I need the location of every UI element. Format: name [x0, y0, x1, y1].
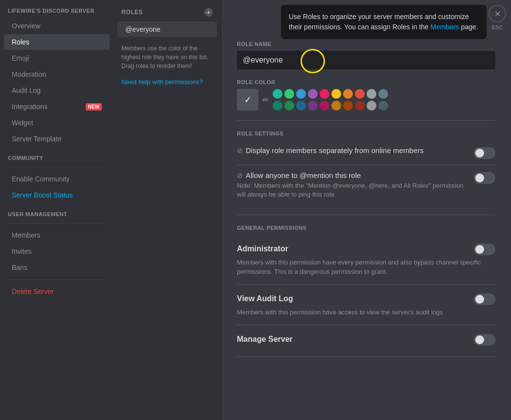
sidebar-item-overview[interactable]: Overview	[4, 18, 110, 34]
color-dot[interactable]	[273, 101, 282, 111]
server-name: LIFEWIRE'S DISCORD SERVER	[0, 0, 114, 18]
roles-panel-header: ROLES +	[114, 8, 221, 21]
color-dot[interactable]	[296, 89, 306, 99]
community-section-header: COMMUNITY	[0, 147, 114, 163]
sidebar-item-widget[interactable]: Widget	[4, 115, 110, 131]
user-mgmt-divider	[8, 223, 106, 223]
tooltip-link[interactable]: Members	[431, 23, 459, 31]
perm-row-administrator: Administrator Members with this permissi…	[237, 235, 495, 284]
color-grid	[273, 89, 388, 111]
color-dot[interactable]	[273, 89, 282, 99]
color-dot[interactable]	[331, 89, 341, 99]
general-permissions-label: GENERAL PERMISSIONS	[237, 225, 495, 231]
color-edit-icon[interactable]: ✏	[262, 95, 269, 105]
divider-after-color	[237, 120, 495, 121]
sidebar-item-delete-server[interactable]: Delete Server	[4, 284, 110, 299]
setting-description-allow-mention: Note: Members with the "Mention @everyon…	[237, 181, 466, 199]
roles-info-text: Members use the color of the highest rol…	[114, 38, 221, 76]
sidebar-item-invites[interactable]: Invites	[4, 243, 110, 259]
sidebar-item-server-template[interactable]: Server Template	[4, 131, 110, 147]
role-settings-label: ROLE SETTINGS	[237, 131, 495, 136]
perm-description-view-audit-log: Members with this permission have access…	[237, 308, 495, 317]
setting-row-display-separately: ⊘ Display role members separately from o…	[237, 140, 495, 165]
sidebar-item-audit-log[interactable]: Audit Log	[4, 83, 110, 98]
setting-title-display-separately: ⊘ Display role members separately from o…	[237, 146, 466, 155]
perm-row-header-administrator: Administrator	[237, 243, 495, 255]
color-dot[interactable]	[367, 89, 376, 99]
setting-info-display-separately: ⊘ Display role members separately from o…	[237, 146, 466, 156]
color-dot[interactable]	[367, 101, 376, 111]
color-dot[interactable]	[284, 89, 294, 99]
setting-title-allow-mention: ⊘ Allow anyone to @mention this role	[237, 171, 466, 179]
toggle-manage-server[interactable]	[474, 334, 495, 346]
color-dot[interactable]	[308, 101, 318, 111]
new-badge: NEW	[86, 103, 102, 111]
sidebar-item-label: Server Template	[12, 135, 62, 143]
color-row-2	[273, 101, 388, 111]
sidebar-item-integrations[interactable]: Integrations NEW	[4, 99, 110, 114]
no-icon-display: ⊘	[237, 147, 243, 155]
color-dot[interactable]	[343, 101, 353, 111]
setting-row-allow-mention: ⊘ Allow anyone to @mention this role Not…	[237, 165, 495, 205]
sidebar-item-label: Delete Server	[12, 287, 54, 295]
sidebar-item-label: Audit Log	[12, 87, 41, 94]
perm-row-header-view-audit-log: View Audit Log	[237, 292, 495, 305]
role-name-input[interactable]	[237, 51, 495, 69]
esc-circle: ✕	[488, 5, 506, 22]
toggle-administrator[interactable]	[474, 243, 495, 255]
sidebar-item-label: Roles	[12, 38, 29, 46]
color-dot[interactable]	[343, 89, 353, 99]
toggle-allow-mention[interactable]	[474, 172, 495, 184]
toggle-display-separately[interactable]	[474, 147, 495, 159]
delete-divider	[8, 279, 106, 280]
sidebar-item-enable-community[interactable]: Enable Community	[4, 171, 110, 187]
color-dot[interactable]	[378, 89, 388, 99]
color-dot[interactable]	[355, 101, 365, 111]
sidebar-item-moderation[interactable]: Moderation	[4, 66, 110, 82]
setting-label-allow-mention: Allow anyone to @mention this role	[246, 171, 361, 179]
color-dot[interactable]	[296, 101, 306, 111]
sidebar-item-roles[interactable]: Roles	[4, 34, 110, 50]
roles-panel: ROLES + @everyone Members use the color …	[114, 0, 221, 420]
sidebar-item-label: Enable Community	[12, 175, 70, 183]
sidebar-item-label: Overview	[12, 22, 40, 30]
roles-help-link[interactable]: Need help with permissions?	[114, 76, 221, 88]
color-swatch-selected[interactable]: ✓	[237, 89, 258, 111]
role-name-label: ROLE NAME	[237, 41, 495, 47]
perm-row-manage-server: Manage Server	[237, 325, 495, 357]
role-config-area: ROLE NAME ROLE COLOR ✓ ✏	[237, 41, 495, 357]
divider-after-role-settings	[237, 215, 495, 215]
setting-label-display-separately: Display role members separately from onl…	[246, 146, 423, 155]
community-divider	[8, 167, 106, 167]
sidebar-item-emoji[interactable]: Emoji	[4, 50, 110, 66]
esc-button[interactable]: ✕ ESC	[488, 5, 506, 30]
perm-title-view-audit-log: View Audit Log	[237, 294, 293, 303]
sidebar-item-server-boost-status[interactable]: Server Boost Status	[4, 187, 110, 203]
role-item-everyone[interactable]: @everyone	[117, 22, 217, 37]
user-mgmt-section-header: USER MANAGEMENT	[0, 203, 114, 219]
roles-panel-title: ROLES	[121, 9, 143, 16]
sidebar-item-label: Emoji	[12, 54, 29, 62]
sidebar-item-label: Widget	[12, 119, 33, 127]
toggle-view-audit-log[interactable]	[474, 293, 495, 305]
color-dot[interactable]	[284, 101, 294, 111]
sidebar-item-bans[interactable]: Bans	[4, 260, 110, 275]
esc-label: ESC	[492, 24, 503, 30]
perm-row-view-audit-log: View Audit Log Members with this permiss…	[237, 285, 495, 325]
sidebar-item-label: Invites	[12, 247, 31, 255]
color-dot[interactable]	[331, 101, 341, 111]
perm-row-header-manage-server: Manage Server	[237, 333, 495, 346]
color-dot[interactable]	[355, 89, 365, 99]
no-icon-mention: ⊘	[237, 172, 243, 179]
setting-info-allow-mention: ⊘ Allow anyone to @mention this role Not…	[237, 171, 466, 199]
color-dot[interactable]	[378, 101, 388, 111]
sidebar-item-members[interactable]: Members	[4, 227, 110, 243]
sidebar-item-label: Members	[12, 231, 40, 239]
add-role-button[interactable]: +	[204, 8, 213, 17]
perm-title-administrator: Administrator	[237, 244, 288, 253]
color-section: ROLE COLOR ✓ ✏	[237, 79, 495, 111]
color-dot[interactable]	[320, 89, 329, 99]
sidebar-item-label: Server Boost Status	[12, 191, 73, 199]
color-dot[interactable]	[308, 89, 318, 99]
color-dot[interactable]	[320, 101, 329, 111]
